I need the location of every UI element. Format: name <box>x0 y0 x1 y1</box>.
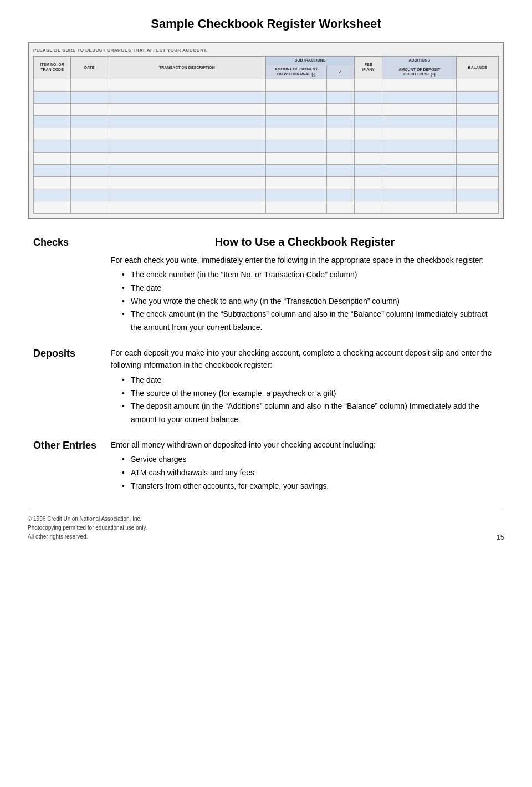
register-row <box>34 140 499 152</box>
col-header-date: DATE <box>71 57 108 79</box>
other-entries-section: Other Entries Enter all money withdrawn … <box>33 439 499 493</box>
register-row <box>34 115 499 128</box>
checks-section: Checks How to Use a Checkbook Register F… <box>33 236 499 334</box>
col-header-item: ITEM NO. ORTRAN CODE <box>34 57 71 79</box>
col-header-balance: BALANCE <box>457 57 499 79</box>
footer-page-number: 15 <box>497 533 504 541</box>
other-entries-intro: Enter all money withdrawn or deposited i… <box>111 439 499 451</box>
col-header-fee2: ✓ <box>326 65 354 79</box>
list-item: Transfers from other accounts, for examp… <box>122 480 499 493</box>
checks-label: Checks <box>33 236 111 334</box>
footer: © 1996 Credit Union National Association… <box>28 510 504 541</box>
list-item: The source of the money (for example, a … <box>122 387 499 400</box>
register-row <box>34 103 499 115</box>
list-item: The date <box>122 282 499 295</box>
list-item: Who you wrote the check to and why (in t… <box>122 295 499 308</box>
register-row <box>34 128 499 140</box>
checks-bullets: The check number (in the “Item No. or Tr… <box>111 268 499 334</box>
register-row <box>34 201 499 213</box>
list-item: The deposit amount (in the “Additions” c… <box>122 400 499 426</box>
col-header-fee: FEEIF ANY <box>354 57 382 79</box>
list-item: ATM cash withdrawals and any fees <box>122 466 499 480</box>
how-to-title: How to Use a Checkbook Register <box>111 236 499 248</box>
register-row <box>34 152 499 164</box>
deposits-bullets: The date The source of the money (for ex… <box>111 374 499 426</box>
other-entries-body: Enter all money withdrawn or deposited i… <box>111 439 499 493</box>
register-container: PLEASE BE SURE TO DEDUCT CHARGES THAT AF… <box>28 42 504 219</box>
list-item: The check number (in the “Item No. or Tr… <box>122 268 499 282</box>
register-table: ITEM NO. ORTRAN CODE DATE TRANSACTION DE… <box>33 56 499 214</box>
checks-body: How to Use a Checkbook Register For each… <box>111 236 499 334</box>
col-header-additions: ADDITIONSAMOUNT OF DEPOSITOR INTEREST (+… <box>382 57 457 79</box>
list-item: Service charges <box>122 453 499 466</box>
footer-photocopy: Photocopying permitted for educational u… <box>28 524 147 532</box>
col-header-desc: TRANSACTION DESCRIPTION <box>108 57 266 79</box>
register-row <box>34 176 499 189</box>
other-entries-label: Other Entries <box>33 439 111 493</box>
register-row <box>34 79 499 91</box>
checks-intro: For each check you write, immediately en… <box>111 254 499 266</box>
register-row <box>34 164 499 176</box>
deposits-intro: For each deposit you make into your chec… <box>111 347 499 372</box>
register-row <box>34 91 499 103</box>
content-area: Checks How to Use a Checkbook Register F… <box>28 236 504 493</box>
register-row <box>34 189 499 201</box>
deposits-section: Deposits For each deposit you make into … <box>33 347 499 426</box>
register-notice: PLEASE BE SURE TO DEDUCT CHARGES THAT AF… <box>33 48 499 53</box>
footer-left: © 1996 Credit Union National Association… <box>28 515 147 541</box>
other-entries-bullets: Service charges ATM cash withdrawals and… <box>111 453 499 492</box>
list-item: The check amount (in the “Subtractions” … <box>122 308 499 334</box>
page-title: Sample Checkbook Register Worksheet <box>28 17 504 31</box>
footer-rights: All other rights reserved. <box>28 532 147 541</box>
col-header-subtractions: SUBTRACTIONS <box>266 57 354 65</box>
col-header-amount-payment: AMOUNT OF PAYMENTOR WITHDRAWAL (-) <box>266 65 326 79</box>
footer-copyright: © 1996 Credit Union National Association… <box>28 515 147 524</box>
deposits-label: Deposits <box>33 347 111 426</box>
list-item: The date <box>122 374 499 387</box>
deposits-body: For each deposit you make into your chec… <box>111 347 499 426</box>
